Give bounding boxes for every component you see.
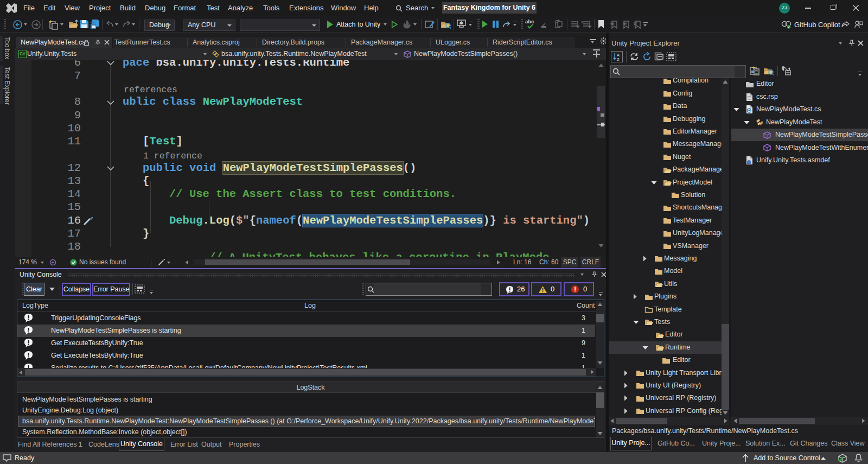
svg-text:C#: C# xyxy=(748,109,752,112)
svg-text:Z: Z xyxy=(617,57,620,61)
